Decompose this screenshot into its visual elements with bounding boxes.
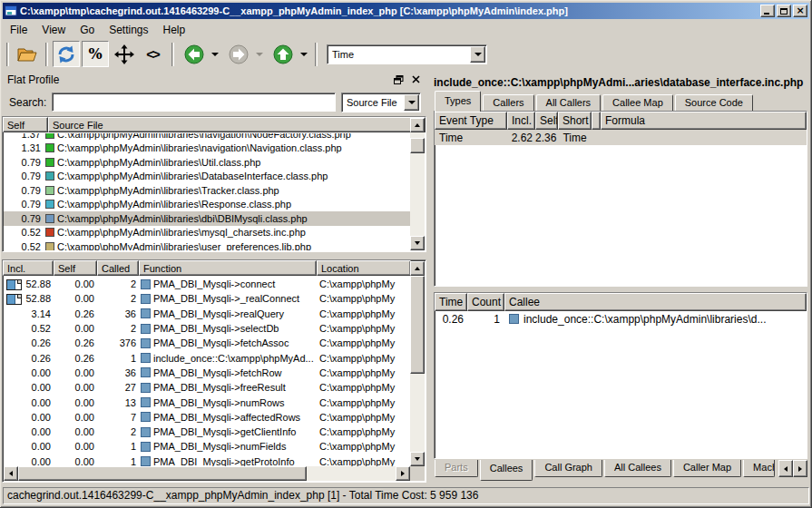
combo-dropdown-button[interactable]: [470, 46, 485, 63]
column-header[interactable]: Function: [139, 260, 317, 276]
pan-button[interactable]: [111, 41, 138, 67]
open-file-button[interactable]: [14, 41, 41, 67]
column-header[interactable]: Formula: [601, 112, 807, 130]
title-bar[interactable]: C:\xampp\tmp\cachegrind.out.1416463299-C…: [3, 3, 809, 19]
function-row[interactable]: 0.000.007PMA_DBI_Mysqli->affectedRowsC:\…: [4, 410, 410, 425]
event-type-selector[interactable]: Time: [327, 44, 487, 64]
search-label: Search:: [9, 96, 46, 109]
horizontal-scrollbar[interactable]: [4, 466, 410, 481]
source-file-path: C:\xampp\phpMyAdmin\libraries\navigation…: [57, 142, 342, 153]
column-header[interactable]: Count: [467, 293, 504, 311]
flat-profile-row[interactable]: 0.79C:\xampp\phpMyAdmin\libraries\Respon…: [4, 198, 410, 212]
function-row[interactable]: 0.000.002PMA_DBI_Mysqli->getClientInfoC:…: [4, 425, 410, 439]
scroll-down-button[interactable]: [410, 452, 425, 466]
percent-relative-button[interactable]: %: [82, 41, 109, 67]
column-header[interactable]: Time: [435, 293, 467, 311]
back-button[interactable]: [181, 41, 208, 67]
event-type-row[interactable]: Time2.622.36Time: [435, 130, 807, 145]
minimize-button[interactable]: [760, 5, 775, 17]
tabs-scroll-left-button[interactable]: [778, 460, 793, 477]
up-button[interactable]: [269, 41, 297, 67]
menu-item-go[interactable]: Go: [73, 22, 102, 38]
flat-profile-dock-titlebar[interactable]: Flat Profile: [2, 71, 426, 88]
column-header[interactable]: Event Type: [435, 112, 507, 130]
grouping-selector[interactable]: Source File: [341, 93, 421, 112]
menu-item-help[interactable]: Help: [156, 22, 193, 38]
short-name: Time: [558, 132, 592, 144]
flat-profile-row[interactable]: 1.31C:\xampp\phpMyAdmin\libraries\naviga…: [4, 142, 410, 156]
flat-profile-row[interactable]: 0.79C:\xampp\phpMyAdmin\libraries\Tracke…: [4, 183, 410, 198]
flat-profile-row[interactable]: 0.52C:\xampp\phpMyAdmin\libraries\user_p…: [4, 239, 410, 250]
column-header[interactable]: Incl.: [507, 112, 535, 130]
toolbar-handle[interactable]: [6, 43, 9, 66]
location-value: C:\xampp\phpMy: [318, 278, 410, 289]
function-row[interactable]: 52.880.002PMA_DBI_Mysqli->_realConnectC:…: [4, 291, 410, 306]
function-row[interactable]: 0.260.26376PMA_DBI_Mysqli->fetchAssocC:\…: [4, 336, 410, 350]
vertical-scrollbar[interactable]: [410, 118, 425, 250]
column-header[interactable]: Source File: [48, 117, 426, 132]
arrow-down-icon: [415, 241, 420, 245]
function-row[interactable]: 3.140.2636PMA_DBI_Mysqli->realQueryC:\xa…: [4, 307, 410, 321]
tab-callees[interactable]: Callees: [480, 460, 533, 481]
column-header[interactable]: Incl.: [3, 260, 54, 276]
dock-close-button[interactable]: [409, 73, 423, 86]
function-row[interactable]: 0.000.0013PMA_DBI_Mysqli->numRowsC:\xamp…: [4, 395, 410, 409]
function-row[interactable]: 52.880.002PMA_DBI_Mysqli->connectC:\xamp…: [4, 277, 410, 291]
column-header[interactable]: Self: [54, 260, 97, 276]
callee-row[interactable]: 0.261include_once::C:\xampp\phpMyAdmin\l…: [435, 311, 807, 327]
self-value: 0.79: [4, 185, 44, 196]
scroll-left-button[interactable]: [4, 466, 18, 481]
scroll-up-button[interactable]: [410, 118, 425, 132]
reload-button[interactable]: [53, 41, 80, 67]
function-row[interactable]: 0.000.001PMA_DBI_Mysqli->getProtoInfoC:\…: [4, 454, 410, 466]
maximize-button[interactable]: [777, 5, 791, 17]
tab-machine[interactable]: Machine: [743, 460, 775, 477]
column-header[interactable]: Short: [558, 112, 592, 130]
function-row[interactable]: 0.000.0036PMA_DBI_Mysqli->fetchRowC:\xam…: [4, 366, 410, 380]
back-history-dropdown[interactable]: [209, 43, 220, 66]
function-row[interactable]: 0.520.002PMA_DBI_Mysqli->selectDbC:\xamp…: [4, 321, 410, 336]
scroll-up-button[interactable]: [410, 261, 425, 276]
scroll-down-button[interactable]: [410, 236, 425, 250]
function-row[interactable]: 0.000.001PMA_DBI_Mysqli->numFieldsC:\xam…: [4, 439, 410, 454]
column-header[interactable]: Location: [317, 260, 411, 276]
column-header[interactable]: Called: [97, 260, 139, 276]
search-input[interactable]: [52, 93, 336, 112]
called-value: 1: [98, 456, 140, 466]
tab-all-callers[interactable]: All Callers: [536, 94, 602, 112]
column-header[interactable]: Callee: [504, 293, 807, 311]
flat-profile-row[interactable]: 1.37C:\xampp\phpMyAdmin\libraries\naviga…: [4, 133, 410, 142]
flat-profile-row[interactable]: 0.79C:\xampp\phpMyAdmin\libraries\dbi\DB…: [4, 211, 410, 226]
scroll-right-button[interactable]: [396, 466, 410, 481]
scrollbar-thumb[interactable]: [18, 466, 307, 481]
cycle-detection-button[interactable]: <>: [140, 41, 167, 67]
function-row[interactable]: 0.000.0027PMA_DBI_Mysqli->freeResultC:\x…: [4, 380, 410, 395]
flat-profile-row[interactable]: 0.52C:\xampp\phpMyAdmin\libraries\mysql_…: [4, 226, 410, 240]
close-button[interactable]: ×: [793, 5, 807, 17]
menu-item-file[interactable]: File: [3, 22, 34, 38]
tab-all-callees[interactable]: All Callees: [604, 460, 671, 477]
tab-callee-map[interactable]: Callee Map: [602, 94, 673, 112]
menu-item-settings[interactable]: Settings: [102, 22, 155, 38]
tab-caller-map[interactable]: Caller Map: [673, 460, 741, 477]
scrollbar-thumb[interactable]: [410, 276, 425, 374]
vertical-scrollbar[interactable]: [410, 261, 425, 466]
scrollbar-thumb[interactable]: [410, 138, 425, 153]
flat-profile-row[interactable]: 0.79C:\xampp\phpMyAdmin\libraries\Util.c…: [4, 155, 410, 170]
flat-profile-row[interactable]: 0.79C:\xampp\phpMyAdmin\libraries\Databa…: [4, 170, 410, 184]
column-header[interactable]: Self: [3, 117, 48, 132]
function-row[interactable]: 0.260.261include_once::C:\xampp\phpMyAd.…: [4, 350, 410, 365]
column-header[interactable]: [592, 112, 601, 130]
dock-float-button[interactable]: [392, 73, 406, 86]
arrow-left-icon: [9, 471, 13, 476]
column-header[interactable]: Self: [535, 112, 558, 130]
up-history-dropdown[interactable]: [298, 43, 309, 66]
tab-callers[interactable]: Callers: [483, 94, 533, 112]
combo-dropdown-button[interactable]: [404, 94, 419, 111]
menu-item-view[interactable]: View: [34, 22, 73, 38]
tab-types[interactable]: Types: [435, 91, 481, 112]
self-value: 0.00: [54, 382, 98, 393]
tab-source-code[interactable]: Source Code: [675, 94, 753, 112]
tabs-scroll-right-button[interactable]: [793, 460, 807, 477]
tab-call-graph[interactable]: Call Graph: [534, 460, 602, 477]
